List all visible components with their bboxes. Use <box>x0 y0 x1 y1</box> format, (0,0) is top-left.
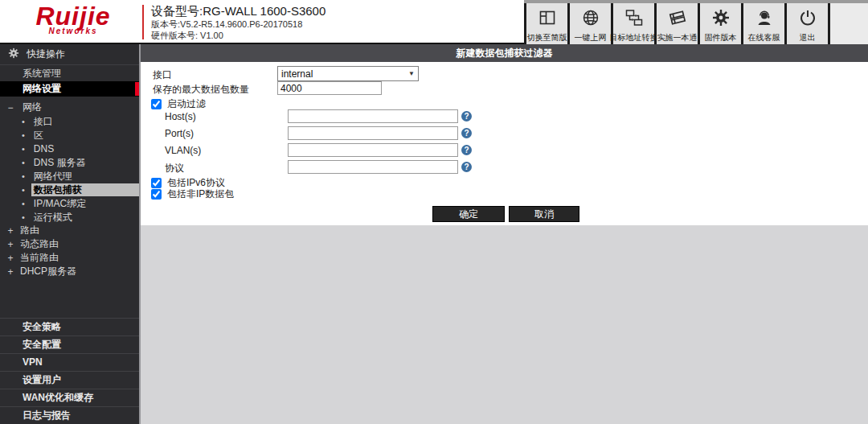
device-model: 设备型号:RG-WALL 1600-S3600 <box>151 3 326 19</box>
destination-nat-button[interactable]: 目标地址转换 <box>613 3 654 44</box>
toolbar-label: 一键上网 <box>575 32 607 43</box>
sidebar-item-dynamic-routing[interactable]: + 动态路由 <box>0 237 139 251</box>
support-agent-icon <box>755 8 774 31</box>
tree-leaf-label: 接口 <box>31 115 139 128</box>
tree-node-label: DHCP服务器 <box>20 265 76 278</box>
sidebar-item-operation-mode[interactable]: • 运行模式 <box>0 210 139 224</box>
tree-leaf-label: 网络代理 <box>31 170 139 183</box>
sidebar-item-label: 安全策略 <box>23 321 61 332</box>
expand-icon[interactable]: + <box>6 239 14 250</box>
collapse-icon[interactable]: − <box>6 102 14 113</box>
toolbar-label: 退出 <box>800 32 816 43</box>
include-nonip-checkbox[interactable] <box>151 189 162 200</box>
include-nonip-label: 包括非IP数据包 <box>167 187 234 201</box>
sidebar-item-label: 网络设置 <box>23 83 61 94</box>
toolbar-filler <box>830 3 868 44</box>
device-version: 版本号:V5.2-R5.14.9600.P6-20170518 <box>151 19 326 30</box>
sidebar-item-user-settings[interactable]: 设置用户 <box>0 371 139 389</box>
tree-node-network[interactable]: − 网络 <box>0 101 139 114</box>
sidebar-item-log-report[interactable]: 日志与报告 <box>0 406 139 424</box>
toolbar-label: 固件版本 <box>705 32 737 43</box>
sidebar-item-quick-actions[interactable]: 快捷操作 <box>0 44 139 65</box>
enable-filter-checkbox[interactable] <box>151 99 162 109</box>
interface-select-wrap: internal ▼ <box>277 66 419 81</box>
sidebar-item-dns[interactable]: • DNS <box>0 142 139 155</box>
sidebar-item-label: VPN <box>23 356 43 368</box>
bullet-icon: • <box>22 199 25 208</box>
one-key-internet-button[interactable]: 一键上网 <box>570 3 611 44</box>
sidebar-item-label: 设置用户 <box>23 374 61 385</box>
vlans-input[interactable] <box>288 143 458 157</box>
sidebar-item-label: 安全配置 <box>23 339 61 350</box>
bullet-icon: • <box>22 171 25 181</box>
layout-switch-icon <box>538 8 557 31</box>
help-icon[interactable]: ? <box>461 111 472 121</box>
cancel-button[interactable]: 取消 <box>509 206 579 222</box>
packet-capture-filter-form: 接口 internal ▼ 保存的最大数据包数量 启动过滤 Host(s) ? … <box>141 62 868 225</box>
sidebar-item-packet-capture[interactable]: • 数据包捕获 <box>0 183 139 196</box>
header-toolbar: 切换至简版 一键上网 <box>524 0 868 44</box>
power-icon <box>798 8 817 31</box>
sidebar-item-dhcp-server[interactable]: + DHCP服务器 <box>0 265 139 278</box>
hosts-input[interactable] <box>288 109 458 123</box>
sidebar-item-security-policy[interactable]: 安全策略 <box>0 318 139 335</box>
brand-name: Ruijie <box>21 3 125 29</box>
sidebar: 快捷操作 系统管理 网络设置 − 网络 • 接口 • 区 • DNS <box>0 44 139 424</box>
page-title: 新建数据包捕获过滤器 <box>141 44 868 62</box>
toolbar-topstrip <box>524 0 868 3</box>
sidebar-item-wan-optimization[interactable]: WAN优化和缓存 <box>0 389 139 406</box>
sidebar-item-interface[interactable]: • 接口 <box>0 114 139 128</box>
sidebar-item-routing[interactable]: + 路由 <box>0 224 139 237</box>
hosts-label: Host(s) <box>165 111 196 122</box>
switch-simple-view-button[interactable]: 切换至简版 <box>526 3 567 44</box>
logout-button[interactable]: 退出 <box>787 3 828 44</box>
sidebar-item-label: WAN优化和缓存 <box>23 392 93 403</box>
tree-leaf-label: 区 <box>31 129 139 142</box>
tree-leaf-label: DNS <box>31 142 139 155</box>
expand-icon[interactable]: + <box>6 225 14 237</box>
expand-icon[interactable]: + <box>6 266 14 278</box>
bullet-icon: • <box>22 212 25 222</box>
sidebar-item-label: 系统管理 <box>23 68 61 79</box>
sidebar-item-security-config[interactable]: 安全配置 <box>0 335 139 353</box>
main-content: 新建数据包捕获过滤器 接口 internal ▼ 保存的最大数据包数量 启动过滤… <box>141 44 868 424</box>
max-packets-label: 保存的最大数据包数量 <box>153 83 249 97</box>
sidebar-item-dns-server[interactable]: • DNS 服务器 <box>0 155 139 169</box>
tree-node-label: 动态路由 <box>20 237 59 251</box>
sidebar-item-vpn[interactable]: VPN <box>0 353 139 371</box>
ok-button[interactable]: 确定 <box>432 206 505 222</box>
gear-icon <box>711 8 731 31</box>
toolbar-label: 实施一本通 <box>657 32 698 43</box>
sidebar-item-current-routing[interactable]: + 当前路由 <box>0 251 139 265</box>
gear-icon <box>8 47 19 61</box>
sidebar-item-label: 日志与报告 <box>23 410 71 421</box>
sidebar-item-zone[interactable]: • 区 <box>0 128 139 142</box>
help-icon[interactable]: ? <box>461 128 472 138</box>
expand-icon[interactable]: + <box>6 253 14 264</box>
tree-leaf-label: 运行模式 <box>31 211 139 224</box>
help-icon[interactable]: ? <box>461 145 472 155</box>
sidebar-item-network-settings[interactable]: 网络设置 <box>0 81 139 97</box>
max-packets-input[interactable] <box>277 81 382 95</box>
header: Ruijie Networks 设备型号:RG-WALL 1600-S3600 … <box>0 0 868 44</box>
enable-filter-row: 启动过滤 <box>151 97 206 111</box>
sidebar-item-system-management[interactable]: 系统管理 <box>0 65 139 81</box>
bullet-icon: • <box>22 144 25 154</box>
online-support-button[interactable]: 在线客服 <box>743 3 784 44</box>
toolbar-label: 切换至简版 <box>527 32 567 43</box>
sidebar-item-label: 快捷操作 <box>27 47 65 61</box>
device-info: 设备型号:RG-WALL 1600-S3600 版本号:V5.2-R5.14.9… <box>151 3 326 41</box>
device-hw-version: 硬件版本号: V1.00 <box>151 30 326 41</box>
bullet-icon: • <box>22 130 25 140</box>
sidebar-item-ip-mac-binding[interactable]: • IP/MAC绑定 <box>0 196 139 210</box>
tree-node-label: 当前路由 <box>20 251 59 265</box>
tree-node-label: 网络 <box>23 101 42 114</box>
interface-select[interactable]: internal <box>277 66 419 81</box>
network-tree: − 网络 • 接口 • 区 • DNS • DNS 服务器 • 网络代理 <box>0 97 139 278</box>
protocol-input[interactable] <box>288 160 458 174</box>
sidebar-item-network-proxy[interactable]: • 网络代理 <box>0 169 139 183</box>
firmware-version-button[interactable]: 固件版本 <box>700 3 741 44</box>
ports-input[interactable] <box>288 126 458 140</box>
implementation-guide-button[interactable]: 实施一本通 <box>657 3 698 44</box>
help-icon[interactable]: ? <box>461 162 472 172</box>
